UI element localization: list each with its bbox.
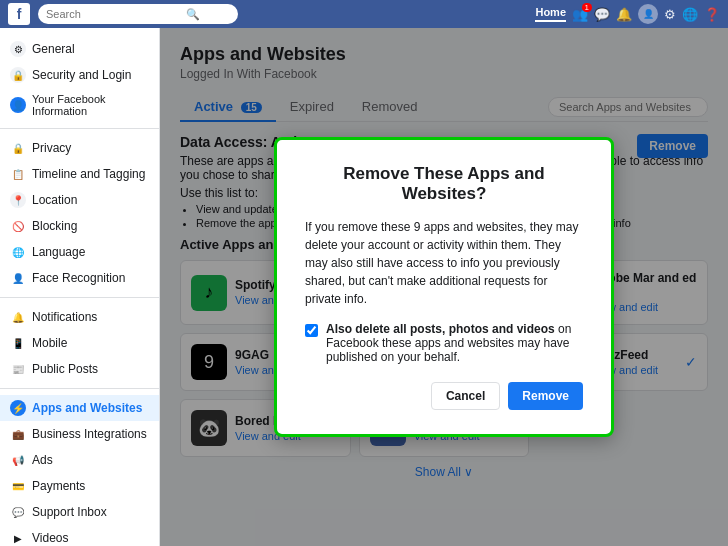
- general-icon: ⚙: [10, 41, 26, 57]
- modal-remove-button[interactable]: Remove: [508, 382, 583, 410]
- sidebar-item-public-posts[interactable]: 📰 Public Posts: [0, 356, 159, 382]
- sidebar-item-ads[interactable]: 📢 Ads: [0, 447, 159, 473]
- sidebar-item-face-recognition[interactable]: 👤 Face Recognition: [0, 265, 159, 291]
- sidebar: ⚙ General 🔒 Security and Login 👤 Your Fa…: [0, 28, 160, 546]
- support-icon: 💬: [10, 504, 26, 520]
- sidebar-item-payments[interactable]: 💳 Payments: [0, 473, 159, 499]
- sidebar-item-privacy[interactable]: 🔒 Privacy: [0, 135, 159, 161]
- modal-buttons: Cancel Remove: [305, 382, 583, 410]
- sidebar-item-fb-info[interactable]: 👤 Your Facebook Information: [0, 88, 159, 122]
- sidebar-item-support[interactable]: 💬 Support Inbox: [0, 499, 159, 525]
- remove-modal: Remove These Apps and Websites? If you r…: [274, 137, 614, 437]
- mobile-icon: 📱: [10, 335, 26, 351]
- modal-checkbox-label: Also delete all posts, photos and videos…: [326, 322, 583, 364]
- avatar[interactable]: 👤: [638, 4, 658, 24]
- delete-posts-checkbox[interactable]: [305, 324, 318, 337]
- sidebar-item-blocking[interactable]: 🚫 Blocking: [0, 213, 159, 239]
- divider-1: [0, 128, 159, 129]
- sidebar-item-security[interactable]: 🔒 Security and Login: [0, 62, 159, 88]
- sidebar-item-timeline[interactable]: 📋 Timeline and Tagging: [0, 161, 159, 187]
- sidebar-item-language[interactable]: 🌐 Language: [0, 239, 159, 265]
- search-icon[interactable]: 🔍: [186, 8, 200, 21]
- nav-icons: Home 👥 1 💬 🔔 👤 ⚙ 🌐 ❓: [535, 4, 720, 24]
- globe-icon[interactable]: 🌐: [682, 7, 698, 22]
- modal-title: Remove These Apps and Websites?: [305, 164, 583, 204]
- modal-body: If you remove these 9 apps and websites,…: [305, 218, 583, 308]
- help-icon[interactable]: ❓: [704, 7, 720, 22]
- search-bar[interactable]: 🔍: [38, 4, 238, 24]
- modal-checkbox-row: Also delete all posts, photos and videos…: [305, 322, 583, 364]
- fb-info-icon: 👤: [10, 97, 26, 113]
- language-icon: 🌐: [10, 244, 26, 260]
- settings-icon[interactable]: ⚙: [664, 7, 676, 22]
- sidebar-item-apps-websites[interactable]: ⚡ Apps and Websites: [0, 395, 159, 421]
- face-recognition-icon: 👤: [10, 270, 26, 286]
- sidebar-item-business[interactable]: 💼 Business Integrations: [0, 421, 159, 447]
- search-input[interactable]: [46, 8, 186, 20]
- location-icon: 📍: [10, 192, 26, 208]
- videos-icon: ▶: [10, 530, 26, 546]
- sidebar-item-notifications[interactable]: 🔔 Notifications: [0, 304, 159, 330]
- home-nav-item[interactable]: Home: [535, 6, 566, 22]
- notification-badge[interactable]: 👥 1: [572, 7, 588, 22]
- ads-icon: 📢: [10, 452, 26, 468]
- divider-2: [0, 297, 159, 298]
- divider-3: [0, 388, 159, 389]
- layout: ⚙ General 🔒 Security and Login 👤 Your Fa…: [0, 28, 728, 546]
- security-icon: 🔒: [10, 67, 26, 83]
- payments-icon: 💳: [10, 478, 26, 494]
- apps-icon: ⚡: [10, 400, 26, 416]
- messages-icon[interactable]: 💬: [594, 7, 610, 22]
- top-nav: f 🔍 Home 👥 1 💬 🔔 👤 ⚙ 🌐 ❓: [0, 0, 728, 28]
- sidebar-item-mobile[interactable]: 📱 Mobile: [0, 330, 159, 356]
- facebook-logo: f: [8, 3, 30, 25]
- timeline-icon: 📋: [10, 166, 26, 182]
- public-posts-icon: 📰: [10, 361, 26, 377]
- blocking-icon: 🚫: [10, 218, 26, 234]
- notifications-icon[interactable]: 🔔: [616, 7, 632, 22]
- sidebar-item-videos[interactable]: ▶ Videos: [0, 525, 159, 546]
- sidebar-item-general[interactable]: ⚙ General: [0, 36, 159, 62]
- sidebar-item-location[interactable]: 📍 Location: [0, 187, 159, 213]
- privacy-icon: 🔒: [10, 140, 26, 156]
- modal-overlay: Remove These Apps and Websites? If you r…: [160, 28, 728, 546]
- main-content: Apps and Websites Logged In With Faceboo…: [160, 28, 728, 546]
- business-icon: 💼: [10, 426, 26, 442]
- notifications-sidebar-icon: 🔔: [10, 309, 26, 325]
- cancel-button[interactable]: Cancel: [431, 382, 500, 410]
